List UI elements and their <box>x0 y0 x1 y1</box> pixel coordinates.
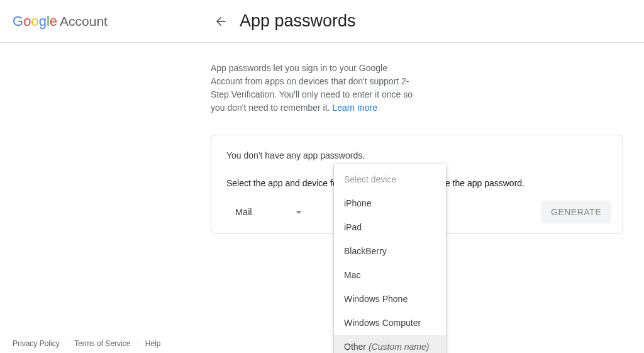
device-option-windows-phone[interactable]: Windows Phone <box>334 287 446 311</box>
google-logo: Google Account <box>13 13 108 30</box>
description-text: App passwords let you sign in to your Go… <box>211 62 415 115</box>
footer-separator: · <box>66 339 68 348</box>
learn-more-link[interactable]: Learn more <box>332 103 377 113</box>
description-body: App passwords let you sign in to your Go… <box>211 63 413 113</box>
footer-help-link[interactable]: Help <box>145 339 161 348</box>
no-passwords-text: You don't have any app passwords. <box>226 150 608 160</box>
footer-separator: · <box>136 339 138 348</box>
header-bar: Google Account App passwords <box>0 0 644 43</box>
device-dropdown-placeholder: Select device <box>334 167 446 191</box>
back-arrow-icon[interactable] <box>213 14 228 29</box>
page-title: App passwords <box>240 11 356 31</box>
chevron-down-icon <box>296 211 302 214</box>
footer-privacy-link[interactable]: Privacy Policy <box>13 339 60 348</box>
title-block: App passwords <box>213 11 356 31</box>
logo-account-text: Account <box>60 14 108 29</box>
app-selector[interactable]: Mail <box>226 203 302 221</box>
device-option-blackberry[interactable]: BlackBerry <box>334 239 446 263</box>
device-dropdown: Select device iPhone iPad BlackBerry Mac… <box>334 164 446 353</box>
device-option-windows-computer[interactable]: Windows Computer <box>334 311 446 335</box>
footer-links: Privacy Policy · Terms of Service · Help <box>13 339 160 348</box>
app-selector-label: Mail <box>226 207 252 217</box>
footer-terms-link[interactable]: Terms of Service <box>74 339 130 348</box>
device-option-other-prefix: Other <box>344 342 369 352</box>
device-option-iphone[interactable]: iPhone <box>334 191 446 215</box>
device-option-ipad[interactable]: iPad <box>334 215 446 239</box>
device-option-other-custom: (Custom name) <box>369 342 429 352</box>
device-option-mac[interactable]: Mac <box>334 263 446 287</box>
device-option-other[interactable]: Other (Custom name) <box>334 335 446 353</box>
generate-button[interactable]: GENERATE <box>541 201 611 223</box>
